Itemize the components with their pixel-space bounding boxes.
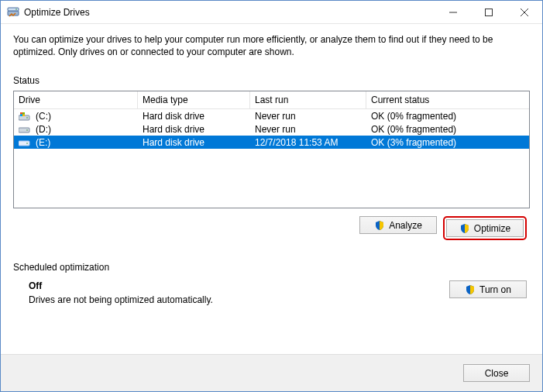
window-title: Optimize Drives xyxy=(24,7,90,18)
col-media[interactable]: Media type xyxy=(138,91,250,108)
col-status[interactable]: Current status xyxy=(366,91,529,108)
svg-point-15 xyxy=(26,129,28,131)
intro-text: You can optimize your drives to help you… xyxy=(13,33,530,58)
drive-label: (E:) xyxy=(36,137,50,148)
close-label: Close xyxy=(485,368,509,379)
svg-point-8 xyxy=(26,117,28,119)
status-label: Status xyxy=(13,75,530,86)
drive-last: Never run xyxy=(250,111,366,122)
svg-rect-13 xyxy=(22,114,25,116)
shield-icon xyxy=(374,220,385,231)
drive-media: Hard disk drive xyxy=(138,124,250,135)
drive-last: Never run xyxy=(250,124,366,135)
svg-point-17 xyxy=(26,143,28,144)
footer: Close xyxy=(1,354,542,391)
drive-status: OK (0% fragmented) xyxy=(366,124,529,135)
svg-rect-11 xyxy=(22,112,25,115)
drive-media: Hard disk drive xyxy=(138,111,250,122)
shield-icon xyxy=(459,223,470,234)
svg-point-2 xyxy=(15,9,17,10)
drive-label: (C:) xyxy=(36,111,51,122)
close-window-button[interactable] xyxy=(507,1,542,24)
listview-header: Drive Media type Last run Current status xyxy=(14,91,529,109)
shield-icon xyxy=(465,284,476,295)
titlebar: Optimize Drives xyxy=(1,1,542,24)
drive-media: Hard disk drive xyxy=(138,137,250,148)
app-icon xyxy=(7,6,19,19)
sched-state: Off xyxy=(29,280,449,291)
drive-icon xyxy=(19,126,31,135)
svg-rect-14 xyxy=(19,128,29,132)
optimize-highlight: Optimize xyxy=(443,216,527,240)
drive-status: OK (0% fragmented) xyxy=(366,111,529,122)
col-drive[interactable]: Drive xyxy=(14,91,138,108)
close-button[interactable]: Close xyxy=(463,364,530,382)
sched-title: Scheduled optimization xyxy=(13,262,530,273)
turn-on-button[interactable]: Turn on xyxy=(449,280,527,298)
drive-last: 12/7/2018 11:53 AM xyxy=(250,137,366,148)
analyze-label: Analyze xyxy=(389,220,422,231)
drive-label: (D:) xyxy=(36,124,51,135)
drive-icon xyxy=(19,139,31,148)
drives-listview[interactable]: Drive Media type Last run Current status… xyxy=(13,91,530,208)
svg-rect-10 xyxy=(20,112,22,115)
drive-row[interactable]: (E:)Hard disk drive12/7/2018 11:53 AMOK … xyxy=(14,136,529,149)
col-last[interactable]: Last run xyxy=(250,91,366,108)
turn-on-label: Turn on xyxy=(479,284,511,295)
minimize-button[interactable] xyxy=(435,1,471,24)
svg-rect-1 xyxy=(8,8,19,11)
svg-rect-12 xyxy=(20,114,22,116)
maximize-button[interactable] xyxy=(471,1,507,24)
drive-row[interactable]: (D:)Hard disk driveNever runOK (0% fragm… xyxy=(14,122,529,136)
svg-rect-4 xyxy=(486,9,493,15)
optimize-label: Optimize xyxy=(474,223,510,234)
drive-status: OK (3% fragmented) xyxy=(366,137,529,148)
drive-row[interactable]: (C:)Hard disk driveNever runOK (0% fragm… xyxy=(14,109,529,122)
optimize-button[interactable]: Optimize xyxy=(446,219,524,237)
analyze-button[interactable]: Analyze xyxy=(359,216,437,234)
drive-icon xyxy=(19,112,31,122)
sched-desc: Drives are not being optimized automatic… xyxy=(29,294,449,305)
svg-rect-16 xyxy=(19,141,29,146)
